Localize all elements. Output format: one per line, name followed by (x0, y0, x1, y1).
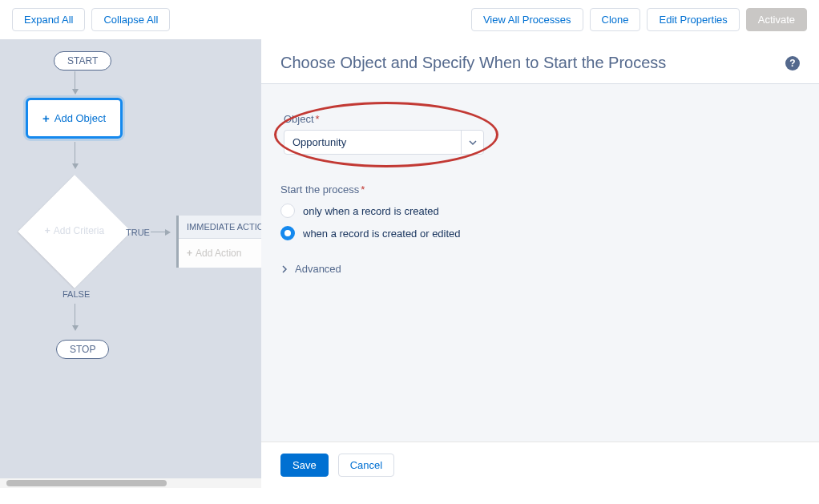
scrollbar-thumb[interactable] (6, 480, 167, 486)
activate-button: Activate (746, 8, 807, 31)
start-process-label: Start the process (280, 183, 800, 196)
add-action-button[interactable]: + Add Action (179, 239, 261, 268)
toolbar-left: Expand All Collapse All (12, 8, 170, 31)
panel-footer: Save Cancel (261, 442, 819, 488)
toolbar: Expand All Collapse All View All Process… (0, 0, 819, 39)
arrow-right-icon (165, 229, 171, 236)
radio-only-created[interactable]: only when a record is created (280, 204, 800, 218)
detail-panel: Choose Object and Specify When to Start … (261, 39, 819, 488)
stop-node: STOP (56, 340, 109, 359)
view-all-processes-button[interactable]: View All Processes (471, 8, 583, 31)
connector (151, 232, 167, 232)
add-object-node[interactable]: + Add Object (26, 98, 123, 139)
start-node: START (54, 51, 111, 71)
advanced-toggle[interactable]: Advanced (280, 263, 800, 275)
object-field-label: Object (284, 113, 484, 125)
radio-icon (280, 204, 295, 218)
chevron-right-icon (280, 265, 288, 273)
toolbar-right: View All Processes Clone Edit Properties… (471, 8, 807, 31)
content: START + Add Object + Add Criteria TRUE I… (0, 39, 819, 488)
panel-title: Choose Object and Specify When to Start … (280, 54, 666, 72)
horizontal-scrollbar[interactable] (0, 478, 261, 488)
dropdown-arrow-icon[interactable] (461, 131, 483, 154)
panel-header: Choose Object and Specify When to Start … (261, 39, 819, 84)
clone-button[interactable]: Clone (590, 8, 641, 31)
radio-created-or-edited[interactable]: when a record is created or edited (280, 226, 800, 240)
add-object-label: Add Object (54, 112, 106, 124)
radio-created-or-edited-label: when a record is created or edited (303, 228, 461, 240)
object-combobox[interactable] (284, 130, 484, 155)
true-label: TRUE (126, 228, 150, 237)
cancel-button[interactable]: Cancel (338, 454, 394, 477)
radio-only-created-label: only when a record is created (303, 205, 439, 217)
advanced-label: Advanced (295, 263, 341, 275)
object-input[interactable] (284, 131, 461, 154)
help-icon[interactable]: ? (785, 56, 800, 71)
immediate-actions-box: IMMEDIATE ACTIONS + Add Action (176, 216, 261, 268)
collapse-all-button[interactable]: Collapse All (91, 8, 170, 31)
expand-all-button[interactable]: Expand All (12, 8, 85, 31)
plus-icon: + (187, 248, 192, 259)
arrow-down-icon (72, 89, 79, 95)
plus-icon: + (42, 111, 50, 125)
start-process-section: Start the process only when a record is … (280, 183, 800, 240)
object-field-highlight: Object (280, 108, 494, 166)
connector (75, 304, 75, 328)
arrow-down-icon (72, 163, 79, 169)
panel-body: Object Start the process only when a rec… (261, 84, 819, 442)
criteria-diamond[interactable] (18, 175, 131, 288)
connector (75, 142, 75, 166)
process-canvas: START + Add Object + Add Criteria TRUE I… (0, 39, 261, 488)
edit-properties-button[interactable]: Edit Properties (647, 8, 739, 31)
false-label: FALSE (63, 289, 90, 299)
save-button[interactable]: Save (280, 454, 329, 477)
immediate-actions-header: IMMEDIATE ACTIONS (179, 216, 261, 239)
arrow-down-icon (72, 325, 79, 331)
radio-icon (280, 226, 295, 240)
